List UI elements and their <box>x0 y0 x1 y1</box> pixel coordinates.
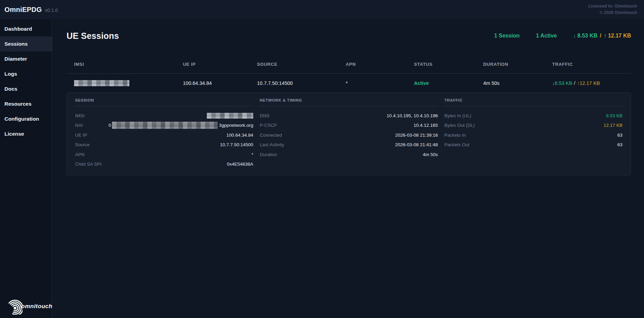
logo-wordmark: omnitouch <box>21 303 52 310</box>
detail-value-source: 10.7.7.50:14500 <box>220 142 253 147</box>
column-header-source: SOURCE <box>257 62 346 67</box>
cell-duration: 4m 50s <box>483 80 552 86</box>
sessions-table-header: IMSI UE IP SOURCE APN STATUS DURATION TR… <box>67 55 631 74</box>
detail-label-child-sa-spi: Child SA SPI <box>75 162 101 167</box>
detail-row-ue-ip: UE IP 100.64.34.84 <box>75 130 253 140</box>
sidebar: Dashboard Sessions Diameter Logs Docs Re… <box>0 19 52 318</box>
redacted-imsi-block <box>74 80 129 86</box>
sidebar-item-docs[interactable]: Docs <box>0 81 52 96</box>
detail-row-pcscf: P-CSCF 10.4.12.165 <box>260 121 438 131</box>
section-title-traffic: TRAFFIC <box>444 98 622 106</box>
stat-traffic-separator: / <box>600 33 601 39</box>
cell-traffic-down: ↓8.53 KB <box>552 80 572 86</box>
sidebar-item-resources[interactable]: Resources <box>0 96 52 111</box>
sidebar-item-configuration[interactable]: Configuration <box>0 111 52 126</box>
nai-prefix: 0 <box>109 123 111 128</box>
session-table-row[interactable]: 100.64.34.84 10.7.7.50:14500 * Active 4m… <box>67 74 631 92</box>
session-stats: 1 Session 1 Active ↓ 8.53 KB / ↑ 12.17 K… <box>494 33 631 39</box>
detail-value-packets-in: 63 <box>617 133 622 138</box>
detail-value-duration: 4m 50s <box>423 152 438 157</box>
detail-value-last-activity: 2026-03-08 21:41:48 <box>395 142 438 147</box>
detail-label-imsi: IMSI <box>75 113 85 118</box>
detail-row-dns: DNS 10.4.10.195, 10.4.10.196 <box>260 111 438 121</box>
detail-row-duration: Duration 4m 50s <box>260 150 438 160</box>
main-content: UE Sessions 1 Session 1 Active ↓ 8.53 KB… <box>52 19 644 318</box>
stat-active-count: 1 Active <box>536 33 557 39</box>
stat-bytes-down: ↓ 8.53 KB <box>573 33 597 39</box>
column-header-ue-ip: UE IP <box>183 62 257 67</box>
app-version: v0.1.0 <box>45 7 58 13</box>
signal-arcs-icon <box>3 297 23 316</box>
detail-value-packets-out: 63 <box>617 142 622 147</box>
detail-value-connected: 2026-03-08 21:39:16 <box>395 133 438 138</box>
detail-value-bytes-in: 8.53 KB <box>606 113 622 118</box>
detail-section-network-timing: NETWORK & TIMING DNS 10.4.10.195, 10.4.1… <box>260 98 438 169</box>
detail-section-session: SESSION IMSI NAI 03gppnetwork.org UE IP <box>75 98 253 169</box>
detail-row-source: Source 10.7.7.50:14500 <box>75 140 253 150</box>
detail-label-duration: Duration <box>260 152 277 157</box>
detail-label-nai: NAI <box>75 123 83 128</box>
detail-label-apn: APN <box>75 152 85 157</box>
detail-row-child-sa-spi: Child SA SPI 0x4E54838A <box>75 160 253 169</box>
cell-traffic-up: ↑12.17 KB <box>577 80 600 86</box>
license-info: Licensed to: Omnitouch © 2026 Omnitouch <box>588 3 637 16</box>
detail-row-connected: Connected 2026-03-08 21:39:16 <box>260 130 438 140</box>
detail-value-child-sa-spi: 0x4E54838A <box>227 162 253 167</box>
nai-suffix: 3gppnetwork.org <box>219 123 253 128</box>
sidebar-item-logs[interactable]: Logs <box>0 66 52 81</box>
copyright-text: © 2026 Omnitouch <box>588 10 637 16</box>
detail-value-bytes-out: 12.17 KB <box>603 123 622 128</box>
detail-label-bytes-out: Bytes Out (DL) <box>444 123 475 128</box>
redacted-nai-block <box>112 122 218 129</box>
brand: OmniEPDG v0.1.0 <box>4 6 58 14</box>
detail-label-packets-in: Packets In <box>444 133 466 138</box>
detail-label-bytes-in: Bytes In (UL) <box>444 113 471 118</box>
detail-row-bytes-in: Bytes In (UL) 8.53 KB <box>444 111 622 121</box>
detail-row-imsi: IMSI <box>75 111 253 121</box>
detail-label-ue-ip: UE IP <box>75 133 87 138</box>
detail-label-dns: DNS <box>260 113 270 118</box>
stat-bytes-up: ↑ 12.17 KB <box>604 33 631 39</box>
omnitouch-logo: omnitouch <box>3 297 52 316</box>
detail-row-nai: NAI 03gppnetwork.org <box>75 121 253 131</box>
detail-section-traffic: TRAFFIC Bytes In (UL) 8.53 KB Bytes Out … <box>444 98 622 169</box>
detail-row-apn: APN * <box>75 150 253 160</box>
redacted-imsi-value <box>207 113 253 119</box>
cell-traffic-separator: / <box>572 80 577 86</box>
sidebar-item-dashboard[interactable]: Dashboard <box>0 21 52 36</box>
detail-value-dns: 10.4.10.195, 10.4.10.196 <box>387 113 438 118</box>
detail-value-apn: * <box>252 152 253 157</box>
detail-label-source: Source <box>75 142 90 147</box>
detail-label-pcscf: P-CSCF <box>260 123 277 128</box>
session-detail-panel: SESSION IMSI NAI 03gppnetwork.org UE IP <box>67 92 631 175</box>
detail-value-pcscf: 10.4.12.165 <box>414 123 438 128</box>
detail-row-bytes-out: Bytes Out (DL) 12.17 KB <box>444 121 622 131</box>
nai-value: 03gppnetwork.org <box>109 122 253 129</box>
cell-imsi <box>67 80 183 86</box>
sidebar-item-sessions[interactable]: Sessions <box>0 36 52 51</box>
column-header-status: STATUS <box>414 62 483 67</box>
column-header-apn: APN <box>346 62 414 67</box>
licensed-to-text: Licensed to: Omnitouch <box>588 3 637 10</box>
detail-value-ue-ip: 100.64.34.84 <box>226 133 253 138</box>
section-title-session: SESSION <box>75 98 253 106</box>
cell-source: 10.7.7.50:14500 <box>257 80 346 86</box>
detail-row-packets-out: Packets Out 63 <box>444 140 622 150</box>
page-title: UE Sessions <box>67 31 119 41</box>
column-header-duration: DURATION <box>483 62 552 67</box>
cell-ue-ip: 100.64.34.84 <box>183 80 257 86</box>
redacted-imsi-detail-block <box>207 113 253 119</box>
cell-traffic: ↓8.53 KB/↑12.17 KB <box>552 80 631 86</box>
detail-label-last-activity: Last Activity <box>260 142 284 147</box>
sidebar-item-license[interactable]: License <box>0 126 52 141</box>
sidebar-item-diameter[interactable]: Diameter <box>0 51 52 66</box>
stat-traffic-totals: ↓ 8.53 KB / ↑ 12.17 KB <box>573 33 631 39</box>
detail-label-packets-out: Packets Out <box>444 142 470 147</box>
detail-row-packets-in: Packets In 63 <box>444 130 622 140</box>
detail-label-connected: Connected <box>260 133 282 138</box>
cell-status: Active <box>414 80 483 86</box>
section-title-network-timing: NETWORK & TIMING <box>260 98 438 106</box>
cell-apn: * <box>346 80 414 86</box>
stat-session-count: 1 Session <box>494 33 520 39</box>
app-title: OmniEPDG <box>4 6 42 14</box>
